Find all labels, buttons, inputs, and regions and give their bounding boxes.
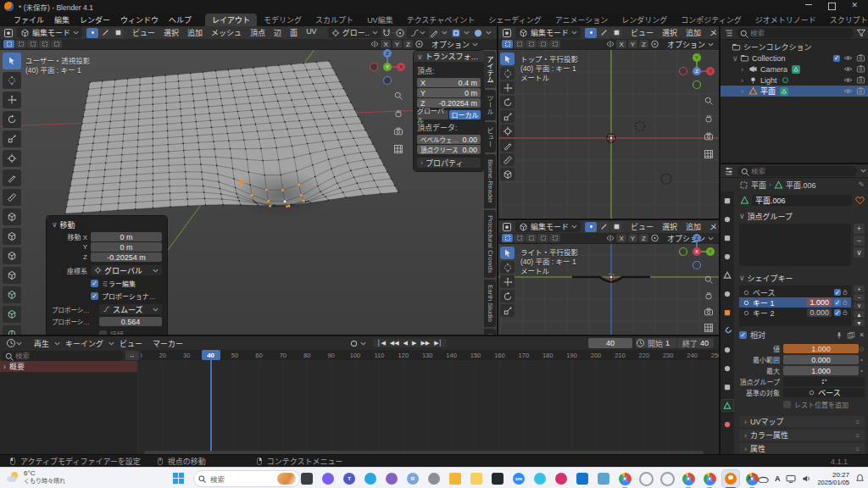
tool-variant-0[interactable] [502,40,513,48]
tool-4[interactable] [500,110,515,123]
mode-selector[interactable]: 編集モード [515,221,581,232]
disclosure-icon[interactable]: › [741,87,748,96]
workspace-tab-9[interactable]: ジオメトリノード [748,14,823,26]
copy-icon[interactable] [847,331,855,340]
workspace-tab-1[interactable]: モデリング [257,14,309,26]
vp-menu-2[interactable]: 追加 [183,27,207,38]
snap-options-icon[interactable] [650,234,659,243]
tool-2[interactable] [500,81,515,94]
menu-2[interactable]: レンダー [75,14,115,25]
tab-material-icon[interactable] [721,419,733,430]
tool-5[interactable] [500,125,515,137]
properties-search[interactable] [737,166,857,176]
snap-options-icon[interactable] [650,40,659,49]
collapsed-panel-1[interactable]: ›カラー属性≡ [739,430,865,441]
tool-6[interactable] [500,139,515,152]
tool-4[interactable] [500,304,515,317]
vertex-data-field-1[interactable]: 頂点クリース0.00 [417,145,481,154]
header-chevron[interactable] [860,168,866,174]
gizmo-toggle-icon[interactable] [429,28,439,38]
grid-toggle-icon[interactable] [704,323,714,333]
checkbox[interactable]: ✓ [91,280,98,287]
vertex-groups-list[interactable]: +−∨ [739,224,865,266]
main-nav-gizmo[interactable]: ZXY [369,48,406,86]
tool-variant-2[interactable] [526,40,537,48]
tool-variant-1[interactable] [514,234,525,242]
playhead[interactable] [210,350,212,456]
shapekey-menu-button[interactable]: ∨ [854,302,865,309]
tab-world-icon[interactable] [721,288,733,299]
jump-to-start-button[interactable]: │◀ [376,340,387,347]
bevel-tool[interactable] [3,267,21,284]
vertex-groups-box[interactable] [739,224,851,266]
taskbar-app-chrome-2[interactable] [680,470,697,487]
basis-row-field[interactable]: ベース [783,388,865,397]
outliner-row-collection[interactable]: ∨Collection✓ [721,53,868,64]
vp-menu-2[interactable]: 追加 [682,221,705,232]
shape-key-row-1[interactable]: キー 11.000✓ [739,297,851,308]
space-local-button[interactable]: ローカル [449,110,481,119]
weather-widget[interactable]: 6°Cくもり時々晴れ [5,469,65,485]
options-dropdown[interactable]: オプション [428,39,481,50]
tool-variant-3[interactable] [39,40,50,48]
mirror-x-toggle[interactable]: X [616,234,626,242]
vp-menu-4[interactable]: 頂点 [246,27,270,38]
vp-menu-1[interactable]: 選択 [658,221,682,232]
vp-menu-0[interactable]: ビュー [626,27,658,38]
hide-eye-icon[interactable] [843,53,853,63]
hide-eye-icon[interactable] [843,75,853,85]
outliner-row-plane[interactable]: ›平面 [721,86,868,97]
tab-particles-icon[interactable] [721,344,733,355]
taskbar-app-copilot[interactable] [320,470,337,487]
shape-key-row-0[interactable]: ベース✓ [739,287,851,297]
checkbox[interactable]: ✓ [91,292,98,300]
tool-1[interactable] [500,67,515,80]
cursor-tool[interactable] [3,72,21,89]
start-value[interactable]: 1 [665,339,670,347]
timeline-menu-0[interactable]: 再生 [29,338,54,349]
lock-icon[interactable] [841,309,849,317]
tool-variant-0[interactable] [3,40,14,48]
n-panel-tab-4[interactable]: Procedural Crowds [484,210,496,278]
inset-faces-tool[interactable] [3,247,21,264]
mirror-z-toggle[interactable]: Z [639,234,648,242]
taskbar-app-blender[interactable] [722,470,739,487]
falloff-dropdown[interactable]: スムーズ [99,304,162,314]
render-visibility-icon[interactable] [856,86,865,96]
camera-view-icon[interactable] [704,307,714,317]
rest-checkbox[interactable] [783,401,791,408]
move-value-field[interactable]: 0 m [91,242,162,252]
network-icon[interactable] [786,474,796,483]
taskbar-app-snip[interactable] [553,470,570,487]
n-panel-tab-1[interactable]: ツール [484,90,496,120]
vp-menu-0[interactable]: ビュー [626,221,658,232]
decorator-dot[interactable]: ◇ [859,346,865,352]
camera-view-icon[interactable] [393,126,403,136]
select-mode-vertex[interactable] [585,222,597,232]
minimize-button[interactable] [805,4,812,5]
workspace-tab-2[interactable]: スカルプト [309,14,360,26]
panel-collapse-icon[interactable]: ∨ [417,53,423,61]
vgroup-add-button[interactable]: + [854,224,865,234]
select-mode-edge[interactable] [598,222,609,232]
notification-bell-icon[interactable] [855,474,865,483]
shapekey-checkbox[interactable]: ✓ [834,289,841,296]
editor-type-icon[interactable] [501,221,512,232]
vp-menu-6[interactable]: 面 [286,27,302,38]
transform-panel-header[interactable]: ∨トランスフォーム [414,51,484,62]
taskbar-app-desktops[interactable] [298,470,315,487]
xray-toggle-icon[interactable] [450,27,461,38]
extrude-tool[interactable] [3,228,21,245]
workspace-tab-5[interactable]: シェーディング [481,14,548,26]
tool-variant-1[interactable] [514,40,525,48]
tab-output-icon[interactable] [721,232,733,243]
falloff-selector[interactable] [407,27,429,38]
onedrive-icon[interactable] [758,474,769,483]
transform-tool[interactable] [3,150,21,167]
n-panel-tab-0[interactable]: アイテム [484,51,496,88]
menu-1[interactable]: 編集 [49,14,75,25]
taskbar-app-files[interactable] [447,470,464,487]
taskbar-app-chrome-1[interactable] [616,470,633,487]
shapekey-add-button[interactable]: + [854,286,865,292]
workspace-tab-3[interactable]: UV編集 [360,14,400,26]
